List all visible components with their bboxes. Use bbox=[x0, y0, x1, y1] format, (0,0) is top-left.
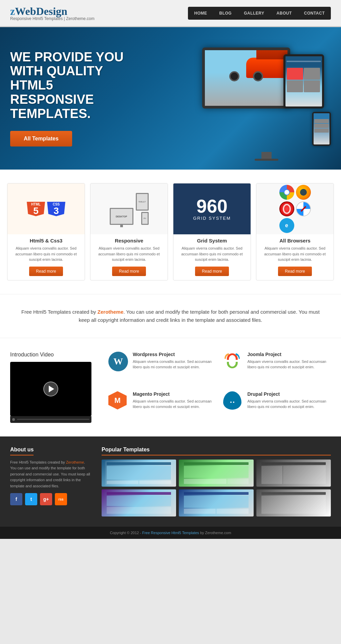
video-progress-bar[interactable] bbox=[17, 419, 89, 420]
facebook-button[interactable]: f bbox=[10, 493, 22, 505]
feature-card-browsers: e All Browsers Aliquam viverra convallis… bbox=[256, 183, 334, 280]
feature-desc-browsers: Aliquam viverra convallis auctor. Sed ac… bbox=[256, 246, 334, 262]
monitor-base bbox=[255, 159, 278, 161]
hero-image bbox=[139, 47, 331, 149]
svg-point-1 bbox=[231, 396, 234, 400]
projects-grid: W Wordpress Project Aliquam viverra conv… bbox=[108, 352, 331, 423]
html5-css3-image: HTML 5 CSS 3 bbox=[7, 183, 85, 234]
joomla-svg bbox=[223, 352, 241, 370]
feature-card-responsive: DESKTOP TABLET PH Responsive Aliquam viv… bbox=[90, 183, 168, 280]
monitor-stand bbox=[261, 152, 272, 159]
video-ctrl-dot bbox=[12, 418, 15, 421]
read-more-grid[interactable]: Read more bbox=[195, 267, 229, 276]
template-thumb-1[interactable] bbox=[102, 460, 176, 487]
template-thumb-2[interactable] bbox=[179, 460, 253, 487]
magento-title: Magento Project bbox=[133, 391, 216, 397]
drupal-desc: Aliquam viverra convallis auctor. Sed ac… bbox=[248, 398, 331, 410]
video-section: Introduction Video bbox=[10, 352, 98, 423]
hero-heading: WE PROVIDE YOU WITH QUALITY HTML5 RESPON… bbox=[10, 50, 139, 121]
phone-mockup bbox=[312, 112, 331, 146]
project-joomla: Joomla Project Aliquam viverra convallis… bbox=[223, 352, 331, 385]
project-drupal: Drupal Project Aliquam viverra convallis… bbox=[223, 391, 331, 423]
bottom-bar: Copyright © 2012 - Free Responsive Html5… bbox=[0, 527, 341, 539]
phone-screen bbox=[314, 113, 329, 144]
hero-section: WE PROVIDE YOU WITH QUALITY HTML5 RESPON… bbox=[0, 27, 341, 170]
project-wordpress: W Wordpress Project Aliquam viverra conv… bbox=[108, 352, 216, 385]
css3-badge: CSS 3 bbox=[47, 202, 65, 216]
drupal-svg bbox=[227, 395, 237, 406]
project-magento: M Magento Project Aliquam viverra conval… bbox=[108, 391, 216, 423]
footer-templates: Popular Templates bbox=[102, 447, 331, 516]
drupal-title: Drupal Project bbox=[248, 391, 331, 397]
monitor-screen bbox=[205, 50, 287, 106]
info-highlight: Zerotheme bbox=[98, 309, 124, 315]
footer-about-text: Free Html5 Templates created by Zerothem… bbox=[10, 460, 91, 489]
tablet-mockup bbox=[283, 54, 324, 109]
features-section: HTML 5 CSS 3 Html5 & Css3 Aliquam viverr… bbox=[0, 170, 341, 294]
feature-card-grid: 960 GRID SYSTEM Grid System Aliquam vive… bbox=[173, 183, 251, 280]
template-thumb-4[interactable] bbox=[102, 489, 176, 516]
grid-image: 960 GRID SYSTEM bbox=[173, 183, 251, 234]
info-banner: Free Html5 Templates created by Zerothem… bbox=[0, 294, 341, 338]
nav-about[interactable]: ABOUT bbox=[271, 7, 298, 20]
footer-about-highlight: Zerotheme bbox=[66, 460, 84, 464]
ie-icon: e bbox=[279, 218, 294, 233]
hero-devices-mockup bbox=[202, 47, 331, 149]
video-player[interactable] bbox=[10, 362, 91, 416]
responsive-image: DESKTOP TABLET PH bbox=[90, 183, 168, 234]
google-plus-button[interactable]: g+ bbox=[40, 493, 52, 505]
wordpress-info: Wordpress Project Aliquam viverra conval… bbox=[133, 352, 216, 370]
copyright-link[interactable]: Free Responsive Html5 Templates bbox=[142, 531, 199, 535]
footer-about-before: Free Html5 Templates created by bbox=[10, 460, 66, 464]
logo: zWebDesign Responsive Html5 Templates | … bbox=[10, 5, 94, 21]
feature-title-html5: Html5 & Css3 bbox=[7, 238, 85, 243]
nav-home[interactable]: HOME bbox=[188, 7, 213, 20]
svg-point-2 bbox=[230, 402, 232, 403]
wordpress-icon: W bbox=[108, 352, 129, 371]
play-button[interactable] bbox=[43, 382, 58, 396]
html5-badge: HTML 5 bbox=[27, 202, 45, 216]
video-title: Introduction Video bbox=[10, 352, 98, 358]
rss-button[interactable]: rss bbox=[55, 493, 67, 505]
logo-sub: Responsive Html5 Templates | Zerotheme.c… bbox=[10, 16, 94, 21]
footer-about: About us Free Html5 Templates created by… bbox=[10, 447, 91, 516]
social-icons: f t g+ rss bbox=[10, 493, 91, 505]
responsive-devices-visual: DESKTOP TABLET PH bbox=[106, 190, 152, 228]
joomla-desc: Aliquam viverra convallis auctor. Sed ac… bbox=[248, 359, 331, 370]
feature-title-responsive: Responsive bbox=[90, 238, 168, 243]
svg-point-3 bbox=[233, 402, 234, 403]
hero-text: WE PROVIDE YOU WITH QUALITY HTML5 RESPON… bbox=[10, 50, 139, 147]
read-more-responsive[interactable]: Read more bbox=[112, 267, 146, 276]
grid-960-visual: 960 GRID SYSTEM bbox=[193, 197, 231, 221]
safari-icon bbox=[296, 201, 311, 216]
firefox-icon bbox=[296, 185, 311, 200]
nav-gallery[interactable]: GALLERY bbox=[238, 7, 270, 20]
feature-desc-html5: Aliquam viverra convallis auctor. Sed ac… bbox=[7, 246, 85, 262]
main-nav: HOME BLOG GALLERY ABOUT CONTACT bbox=[188, 7, 331, 20]
template-thumb-6[interactable] bbox=[256, 489, 331, 516]
drupal-info: Drupal Project Aliquam viverra convallis… bbox=[248, 391, 331, 410]
feature-card-html5: HTML 5 CSS 3 Html5 & Css3 Aliquam viverr… bbox=[7, 183, 85, 280]
joomla-info: Joomla Project Aliquam viverra convallis… bbox=[248, 352, 331, 370]
nav-contact[interactable]: CONTACT bbox=[298, 7, 331, 20]
video-controls bbox=[10, 416, 91, 423]
template-thumb-3[interactable] bbox=[256, 460, 331, 487]
logo-z: z bbox=[10, 5, 15, 17]
html5-css3-visual: HTML 5 CSS 3 bbox=[27, 202, 65, 216]
read-more-browsers[interactable]: Read more bbox=[278, 267, 312, 276]
joomla-icon bbox=[223, 352, 243, 370]
template-grid bbox=[102, 460, 331, 516]
read-more-html5[interactable]: Read more bbox=[29, 267, 63, 276]
magento-icon: M bbox=[108, 391, 129, 410]
drupal-icon bbox=[223, 391, 243, 410]
all-templates-button[interactable]: All Templates bbox=[10, 131, 72, 147]
magento-info: Magento Project Aliquam viverra convalli… bbox=[133, 391, 216, 410]
magento-desc: Aliquam viverra convallis auctor. Sed ac… bbox=[133, 398, 216, 410]
twitter-button[interactable]: t bbox=[25, 493, 37, 505]
info-text-before: Free Html5 Templates created by bbox=[21, 309, 98, 315]
template-thumb-5[interactable] bbox=[179, 489, 253, 516]
feature-title-grid: Grid System bbox=[173, 238, 251, 243]
nav-blog[interactable]: BLOG bbox=[213, 7, 238, 20]
feature-title-browsers: All Browsers bbox=[256, 238, 334, 243]
browser-icons-visual: e bbox=[276, 183, 314, 236]
